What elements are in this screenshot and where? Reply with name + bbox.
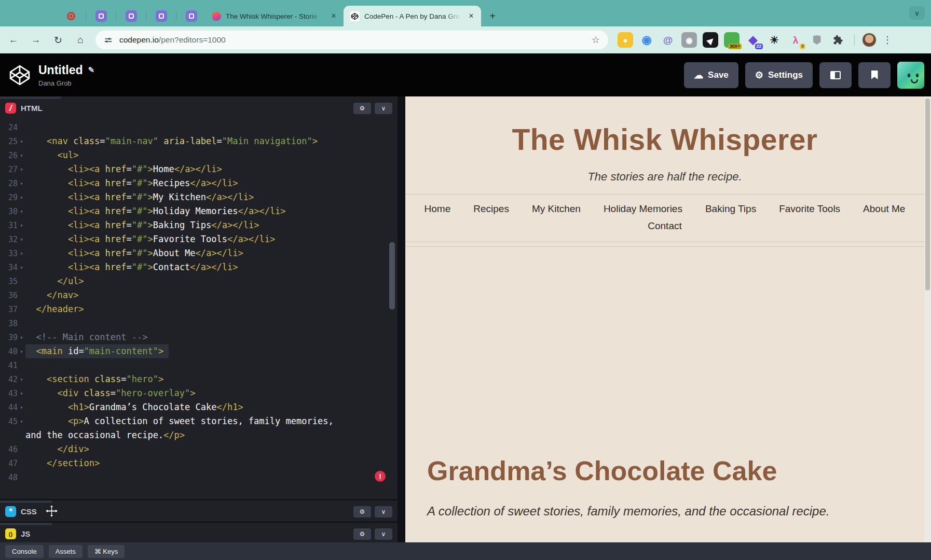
code-line[interactable]: 47 </section> [0, 456, 398, 470]
code-line[interactable]: 38 [0, 316, 398, 330]
code-line[interactable]: 44▾ <h1>Grandma’s Chocolate Cake</h1> [0, 400, 398, 414]
site-nav-link-holiday-memories[interactable]: Holiday Memories [604, 203, 682, 215]
fold-arrow-icon[interactable]: ▾ [18, 223, 25, 228]
code-line[interactable]: 34▾ <li><a href="#">Contact</a></li> [0, 260, 398, 274]
pinned-tab-icon[interactable] [146, 6, 176, 26]
code-line[interactable]: and the occasional recipe.</p> [0, 428, 398, 442]
site-nav-link-home[interactable]: Home [425, 203, 451, 215]
code-line[interactable]: 36 </nav> [0, 288, 398, 302]
site-nav-link-my-kitchen[interactable]: My Kitchen [532, 203, 581, 215]
fold-arrow-icon[interactable]: ▾ [18, 419, 25, 424]
fold-arrow-icon[interactable]: ▾ [18, 153, 25, 158]
js-collapse-chevron-button[interactable]: ∨ [375, 528, 392, 540]
html-code-editor[interactable]: 2425▾ <nav class="main-nav" aria-label="… [0, 117, 398, 499]
footer-button-console[interactable]: Console [5, 545, 44, 558]
profile-avatar[interactable] [862, 33, 877, 47]
css-collapse-chevron-button[interactable]: ∨ [375, 506, 392, 517]
code-line[interactable]: 30▾ <li><a href="#">Holiday Memories</a>… [0, 204, 398, 218]
editor-scrollbar-thumb[interactable] [389, 242, 395, 310]
shield-extension-icon[interactable] [809, 32, 825, 48]
fold-arrow-icon[interactable]: ▾ [18, 391, 25, 396]
forward-button[interactable]: → [27, 31, 45, 49]
code-line[interactable]: 40▾ <main id="main-content"> [0, 344, 398, 358]
reload-button[interactable]: ↻ [49, 31, 67, 49]
camera-extension-icon[interactable]: ◉ [681, 32, 697, 48]
shop-extension-icon[interactable]: 30X+ [724, 32, 740, 48]
fold-arrow-icon[interactable]: ▾ [18, 335, 25, 340]
change-view-button[interactable] [819, 62, 852, 88]
pen-author[interactable]: Dana Grob [38, 79, 94, 87]
extensions-puzzle-icon[interactable] [830, 32, 846, 48]
sunburst-extension-icon[interactable]: ☀ [766, 32, 782, 48]
fold-arrow-icon[interactable]: ▾ [18, 181, 25, 186]
url-text[interactable]: codepen.io/pen?editors=1000 [119, 35, 592, 45]
fold-arrow-icon[interactable]: ▾ [18, 377, 25, 382]
code-line[interactable]: 43▾ <div class="hero-overlay"> [0, 386, 398, 400]
send-extension-icon[interactable]: ▶ [703, 32, 718, 48]
code-line[interactable]: 39▾ <!-- Main content --> [0, 330, 398, 344]
code-line[interactable]: 25▾ <nav class="main-nav" aria-label="Ma… [0, 134, 398, 148]
css-settings-gear-button[interactable]: ⚙ [353, 506, 371, 517]
fold-arrow-icon[interactable]: ▾ [18, 251, 25, 256]
code-line[interactable]: 24 [0, 120, 398, 134]
browser-tab-codepen-active[interactable]: CodePen - A Pen by Dana Gro × [344, 6, 481, 26]
pinned-tab-icon[interactable] [176, 6, 206, 26]
pinned-tab-icon[interactable] [86, 6, 116, 26]
fold-arrow-icon[interactable]: ▾ [18, 265, 25, 270]
browser-tab-whisk[interactable]: The Whisk Whisperer - Storie × [206, 6, 344, 26]
fold-arrow-icon[interactable]: ▾ [18, 405, 25, 410]
site-nav-link-recipes[interactable]: Recipes [473, 203, 509, 215]
code-line[interactable]: 42▾ <section class="hero"> [0, 372, 398, 386]
bookmark-star-icon[interactable]: ☆ [592, 34, 600, 46]
browser-menu-button[interactable]: ⋮ [883, 34, 892, 46]
code-line[interactable]: 37 </header> [0, 302, 398, 316]
site-nav-link-about-me[interactable]: About Me [863, 203, 905, 215]
html-settings-gear-button[interactable]: ⚙ [353, 103, 371, 114]
settings-button[interactable]: ⚙Settings [745, 62, 813, 88]
preview-scrollbar-thumb[interactable] [925, 99, 930, 290]
tab-search-button[interactable]: ∨ [909, 6, 925, 20]
code-line[interactable]: 27▾ <li><a href="#">Home</a></li> [0, 162, 398, 176]
html-collapse-chevron-button[interactable]: ∨ [375, 103, 392, 114]
at-extension-icon[interactable]: @ [660, 32, 676, 48]
fold-arrow-icon[interactable]: ▾ [18, 195, 25, 200]
new-tab-button[interactable]: + [485, 9, 500, 23]
code-line[interactable]: 31▾ <li><a href="#">Baking Tips</a></li> [0, 218, 398, 232]
lightbulb-extension-icon[interactable]: ● [618, 32, 633, 48]
fold-arrow-icon[interactable]: ▾ [18, 209, 25, 214]
site-nav-link-baking-tips[interactable]: Baking Tips [705, 203, 756, 215]
editor-preview-resizer[interactable] [398, 96, 405, 542]
edit-pen-title-icon[interactable]: ✎ [88, 65, 95, 75]
map-pin-extension-icon[interactable]: ◉ [639, 32, 654, 48]
html-error-badge[interactable]: ! [375, 471, 386, 482]
codepen-logo-icon[interactable] [8, 64, 31, 87]
fold-arrow-icon[interactable]: ▾ [18, 237, 25, 242]
recording-indicator[interactable] [56, 6, 86, 26]
code-line[interactable]: 32▾ <li><a href="#">Favorite Tools</a></… [0, 232, 398, 246]
fold-arrow-icon[interactable]: ▾ [18, 167, 25, 172]
lambda-extension-icon[interactable]: λ0 [788, 32, 803, 48]
code-line[interactable]: 48 [0, 470, 398, 484]
code-line[interactable]: 33▾ <li><a href="#">About Me</a></li> [0, 246, 398, 260]
site-nav-link-favorite-tools[interactable]: Favorite Tools [779, 203, 840, 215]
tab-close-icon[interactable]: × [467, 11, 476, 21]
back-button[interactable]: ← [5, 31, 22, 49]
code-line[interactable]: 45▾ <p>A collection of sweet stories, fa… [0, 414, 398, 428]
code-line[interactable]: 41 [0, 358, 398, 372]
diamond-extension-icon[interactable]: ◆22 [745, 32, 761, 48]
home-button[interactable]: ⌂ [72, 31, 89, 49]
tab-close-icon[interactable]: × [329, 11, 338, 21]
footer-button-assets[interactable]: Assets [49, 545, 83, 558]
code-line[interactable]: 28▾ <li><a href="#">Recipes</a></li> [0, 176, 398, 190]
address-bar[interactable]: codepen.io/pen?editors=1000 ☆ [95, 31, 608, 49]
site-settings-icon[interactable] [101, 33, 115, 47]
preview-scrollbar-track[interactable] [924, 96, 931, 542]
code-line[interactable]: 29▾ <li><a href="#">My Kitchen</a></li> [0, 190, 398, 204]
pin-pen-button[interactable] [858, 62, 891, 88]
js-settings-gear-button[interactable]: ⚙ [353, 528, 371, 540]
save-button[interactable]: ☁Save [684, 62, 738, 88]
code-line[interactable]: 46 </div> [0, 442, 398, 456]
pen-title[interactable]: Untitled✎ [38, 63, 94, 77]
code-line[interactable]: 35 </ul> [0, 274, 398, 288]
fold-arrow-icon[interactable]: ▾ [18, 139, 25, 144]
